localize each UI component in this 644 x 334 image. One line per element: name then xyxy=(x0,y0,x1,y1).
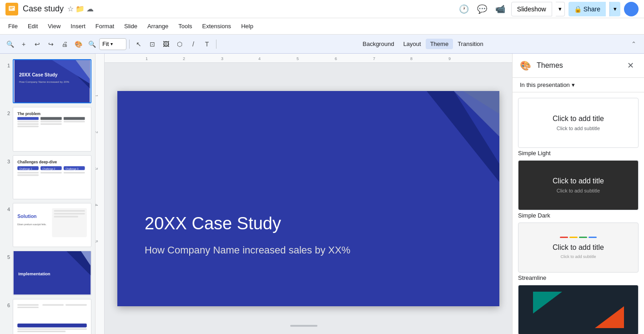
slide-thumbnail-3[interactable]: Challenges deep-dive Challenge 1 Challen… xyxy=(13,155,91,199)
theme-preview-simple-dark[interactable]: Click to add title Click to add subtitle xyxy=(518,160,639,210)
streamline-bar-blue xyxy=(589,237,597,238)
menu-edit[interactable]: Edit xyxy=(23,21,42,31)
svg-rect-49 xyxy=(17,328,87,329)
menu-slide[interactable]: Slide xyxy=(120,21,142,31)
svg-text:4: 4 xyxy=(96,204,99,206)
svg-rect-31 xyxy=(64,172,85,173)
svg-rect-34 xyxy=(52,208,87,238)
svg-text:Challenges deep-dive: Challenges deep-dive xyxy=(17,160,57,164)
theme-preview-coral[interactable] xyxy=(518,285,639,334)
themes-title: Themes xyxy=(537,61,619,70)
slide-thumbnail-4[interactable]: Solution Etiam pretium suscipit felis. xyxy=(13,203,91,247)
menu-bar: File Edit View Insert Format Slide Arran… xyxy=(0,18,644,35)
zoom-icon[interactable]: 🔍 xyxy=(86,38,98,51)
svg-text:Solution: Solution xyxy=(17,213,36,219)
canvas-area: 1 2 3 4 5 6 7 8 9 1 2 3 4 5 xyxy=(96,54,512,334)
image-button[interactable]: 🖼 xyxy=(160,38,172,51)
theme-card-coral xyxy=(518,285,639,334)
slide-item-6[interactable]: 6 xyxy=(0,297,95,334)
slide-actions: Background Layout Theme Transition xyxy=(358,39,488,49)
svg-rect-36 xyxy=(54,213,85,214)
star-icon[interactable]: ☆ xyxy=(67,5,74,13)
menu-arrange[interactable]: Arrange xyxy=(143,21,173,31)
folder-icon[interactable]: 📁 xyxy=(75,5,85,13)
menu-extensions[interactable]: Extensions xyxy=(198,21,236,31)
share-dropdown[interactable]: ▾ xyxy=(609,2,620,16)
svg-text:How Company Name increased by : How Company Name increased by 20% xyxy=(19,80,70,83)
redo-button[interactable]: ↪ xyxy=(45,38,57,51)
layout-button[interactable]: Layout xyxy=(399,39,426,49)
svg-rect-50 xyxy=(17,330,65,332)
theme-card-streamline: Click to add title Click to add subtitle… xyxy=(518,223,639,281)
history-button[interactable]: 🕐 xyxy=(457,2,471,16)
slide-item-2[interactable]: 2 The problem xyxy=(0,105,95,153)
search-button[interactable]: 🔍 xyxy=(4,38,16,51)
toolbar-separator-2 xyxy=(216,40,216,49)
theme-button[interactable]: Theme xyxy=(426,39,453,49)
selection-button[interactable]: ⊡ xyxy=(146,38,159,51)
transition-button[interactable]: Transition xyxy=(453,39,488,49)
shape-button[interactable]: ⬡ xyxy=(173,38,186,51)
lock-icon: 🔒 xyxy=(574,5,582,13)
line-button[interactable]: / xyxy=(187,38,200,51)
themes-filter-select[interactable]: In this presentation ▾ xyxy=(520,81,575,88)
text-button[interactable]: T xyxy=(201,38,213,51)
streamline-bars xyxy=(560,237,597,238)
menu-view[interactable]: View xyxy=(43,21,65,31)
slide-item-3[interactable]: 3 Challenges deep-dive Challenge 1 Chall… xyxy=(0,153,95,201)
theme-simple-light-name: Simple Light xyxy=(518,150,639,157)
slide-thumbnail-2[interactable]: The problem xyxy=(13,107,91,151)
svg-rect-11 xyxy=(17,117,39,120)
svg-text:8: 8 xyxy=(410,56,413,61)
slide-main-title: 20XX Case Study xyxy=(145,214,281,233)
meet-button[interactable]: 📹 xyxy=(493,2,508,16)
main-slide[interactable]: 20XX Case Study How Company Name increas… xyxy=(117,91,499,306)
paint-format-button[interactable]: 🎨 xyxy=(72,38,85,51)
zoom-arrow: ▾ xyxy=(111,41,113,46)
undo-button[interactable]: ↩ xyxy=(31,38,44,51)
menu-insert[interactable]: Insert xyxy=(66,21,90,31)
slideshow-button[interactable]: Slideshow xyxy=(511,2,552,16)
slide-indicator xyxy=(290,325,317,327)
svg-rect-13 xyxy=(64,117,85,120)
svg-text:6: 6 xyxy=(335,56,337,61)
svg-text:3: 3 xyxy=(221,56,223,61)
themes-close-button[interactable]: ✕ xyxy=(624,59,637,72)
svg-rect-35 xyxy=(54,210,85,212)
slide-thumbnail-6[interactable] xyxy=(13,299,91,334)
svg-text:2: 2 xyxy=(183,56,185,61)
theme-preview-streamline[interactable]: Click to add title Click to add subtitle xyxy=(518,223,639,273)
background-button[interactable]: Background xyxy=(358,39,398,49)
svg-rect-30 xyxy=(40,172,62,173)
slide-number-3: 3 xyxy=(4,155,10,164)
slide-thumbnail-5[interactable]: Implementation xyxy=(13,251,91,295)
slide-item-1[interactable]: 1 20XX Case Study How Company Name incre… xyxy=(0,57,95,105)
zoom-selector[interactable]: Fit ▾ xyxy=(99,38,126,50)
svg-text:Implementation: Implementation xyxy=(18,271,50,276)
menu-file[interactable]: File xyxy=(4,21,22,31)
toolbar-separator-1 xyxy=(129,40,130,49)
slide-thumbnail-1[interactable]: 20XX Case Study How Company Name increas… xyxy=(13,59,91,103)
toolbar-collapse-button[interactable]: ⌃ xyxy=(628,38,640,51)
theme-preview-simple-light[interactable]: Click to add title Click to add subtitle xyxy=(518,98,639,148)
share-button[interactable]: 🔒 Share xyxy=(569,2,606,16)
print-button[interactable]: 🖨 xyxy=(58,38,71,51)
slide-item-5[interactable]: 5 Implementation xyxy=(0,249,95,297)
svg-text:2: 2 xyxy=(96,131,99,133)
avatar[interactable] xyxy=(624,2,639,16)
svg-rect-16 xyxy=(17,126,39,127)
app-icon xyxy=(5,3,18,15)
zoom-in-button[interactable]: + xyxy=(17,38,30,51)
theme-simple-dark-sub: Click to add subtitle xyxy=(557,188,600,193)
menu-help[interactable]: Help xyxy=(236,21,258,31)
svg-rect-28 xyxy=(17,172,39,173)
menu-tools[interactable]: Tools xyxy=(174,21,196,31)
cursor-button[interactable]: ↖ xyxy=(132,38,145,51)
slideshow-dropdown[interactable]: ▾ xyxy=(556,2,565,16)
menu-format[interactable]: Format xyxy=(91,21,119,31)
comments-button[interactable]: 💬 xyxy=(475,2,489,16)
cloud-icon[interactable]: ☁ xyxy=(86,5,94,13)
theme-streamline-name: Streamline xyxy=(518,274,639,281)
svg-text:5: 5 xyxy=(96,240,99,243)
slide-item-4[interactable]: 4 Solution Etiam pretium suscipit felis. xyxy=(0,201,95,249)
